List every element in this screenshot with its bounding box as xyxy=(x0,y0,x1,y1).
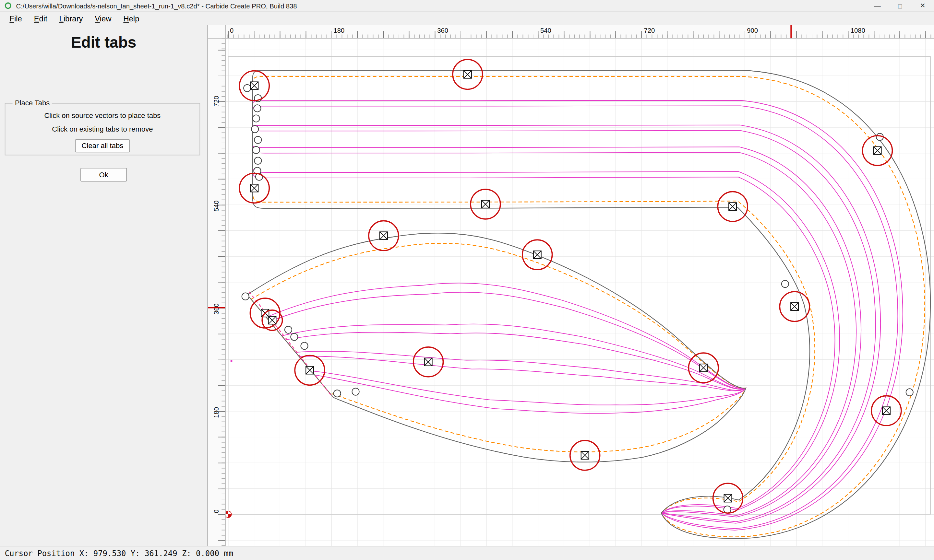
vertical-ruler: 720 540 360 180 0 xyxy=(208,38,226,546)
app-icon xyxy=(5,2,11,9)
vruler-label: 720 xyxy=(207,92,225,110)
hole-circle xyxy=(334,390,341,397)
status-bar: Cursor Position X: 979.530 Y: 361.249 Z:… xyxy=(0,546,934,560)
hole-circle xyxy=(253,146,260,154)
groupbox-label: Place Tabs xyxy=(13,99,52,107)
edit-tabs-panel: Edit tabs Place Tabs Click on source vec… xyxy=(0,25,208,546)
hruler-label: 540 xyxy=(540,27,551,34)
hruler-label: 900 xyxy=(747,27,758,34)
instruction-line-1: Click on source vectors to place tabs xyxy=(6,111,200,120)
menu-view[interactable]: View xyxy=(89,12,117,25)
window-controls: — □ ✕ xyxy=(866,0,934,12)
vruler-label: 360 xyxy=(207,300,225,318)
hole-circle xyxy=(301,342,308,349)
design-canvas[interactable] xyxy=(226,38,934,546)
hole-circle xyxy=(781,280,789,288)
hole-circle xyxy=(724,506,731,513)
ok-button[interactable]: Ok xyxy=(80,168,127,182)
canvas-region: 0 180 360 540 720 900 1080 720 540 360 1… xyxy=(208,25,934,546)
hruler-label: 0 xyxy=(230,27,233,34)
vruler-label: 0 xyxy=(207,502,225,520)
hole-circle xyxy=(242,293,249,300)
vruler-label: 540 xyxy=(207,197,225,215)
origin-marker xyxy=(226,511,231,517)
hole-circle xyxy=(906,389,913,396)
horizontal-ruler: 0 180 360 540 720 900 1080 xyxy=(226,25,934,38)
hole-circle xyxy=(251,126,259,133)
vector-node xyxy=(231,360,233,362)
hruler-label: 360 xyxy=(437,27,448,34)
title-bar: C:/Users/willa/Downloads/s-nelson_tan_sh… xyxy=(0,0,934,12)
hole-circle xyxy=(253,115,260,122)
cursor-x-marker xyxy=(790,25,792,38)
ruler-corner xyxy=(208,25,226,38)
menu-help[interactable]: Help xyxy=(117,12,145,25)
menu-file[interactable]: File xyxy=(3,12,28,25)
application-window: C:/Users/willa/Downloads/s-nelson_tan_sh… xyxy=(0,0,934,560)
hruler-label: 180 xyxy=(334,27,345,34)
close-button[interactable]: ✕ xyxy=(911,0,934,12)
cursor-position-readout: Cursor Position X: 979.530 Y: 361.249 Z:… xyxy=(5,549,233,558)
minimize-button[interactable]: — xyxy=(866,0,889,12)
place-tabs-groupbox: Place Tabs Click on source vectors to pl… xyxy=(5,103,200,155)
hole-circle xyxy=(244,85,251,92)
instruction-line-2: Click on existing tabs to remove xyxy=(6,125,200,134)
hole-circle xyxy=(254,137,261,143)
hole-circle xyxy=(254,157,261,164)
maximize-button[interactable]: □ xyxy=(889,0,911,12)
menu-bar: File Edit Library View Help xyxy=(0,12,934,25)
menu-edit[interactable]: Edit xyxy=(28,12,53,25)
window-title: C:/Users/willa/Downloads/s-nelson_tan_sh… xyxy=(16,2,297,9)
menu-library[interactable]: Library xyxy=(53,12,89,25)
hole-circle xyxy=(285,326,292,334)
hole-circle xyxy=(352,388,359,395)
clear-all-tabs-button[interactable]: Clear all tabs xyxy=(75,139,130,152)
hole-circle xyxy=(254,105,261,112)
vruler-label: 180 xyxy=(207,403,225,421)
panel-title: Edit tabs xyxy=(0,33,207,52)
cursor-y-marker xyxy=(208,307,225,309)
hole-circle xyxy=(291,334,298,341)
hruler-label: 1080 xyxy=(851,27,865,34)
hruler-label: 720 xyxy=(644,27,655,34)
